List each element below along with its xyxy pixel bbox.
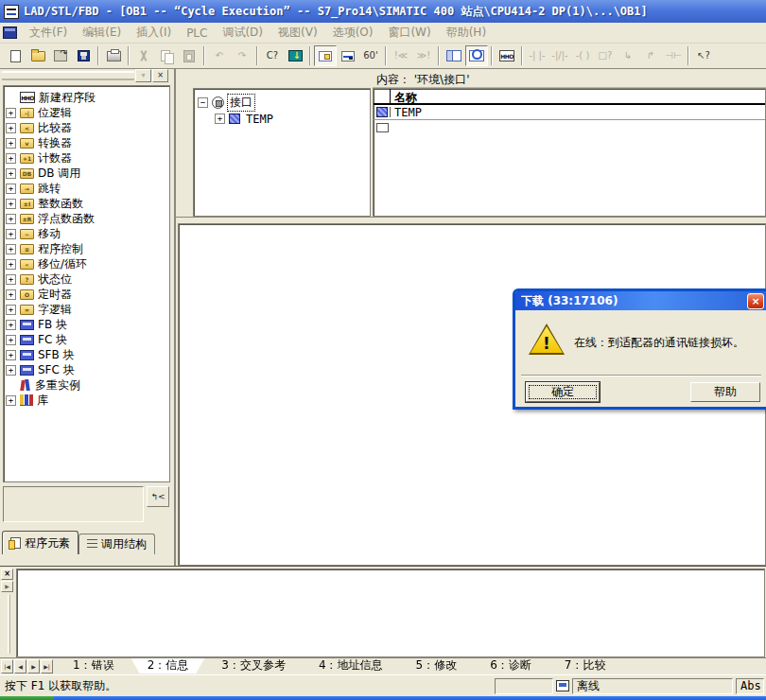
- expand-icon[interactable]: +: [6, 395, 16, 406]
- tab-cross-reference[interactable]: 3：交叉参考: [205, 658, 302, 674]
- sidebar-item-move[interactable]: +~移动: [6, 226, 169, 241]
- expand-icon[interactable]: +: [6, 335, 16, 345]
- declaration-splitter[interactable]: [176, 217, 766, 223]
- tab-info[interactable]: 2：信息: [131, 658, 205, 674]
- window-menu[interactable]: 窗口(W): [381, 23, 437, 43]
- view-menu[interactable]: 视图(V): [271, 23, 324, 43]
- edit-menu[interactable]: 编辑(E): [76, 23, 128, 43]
- sidebar-item-comparator[interactable]: +<比较器: [6, 120, 169, 135]
- catalog-window-button[interactable]: [443, 45, 465, 66]
- sidebar-dropdown-button[interactable]: ▾: [135, 69, 151, 82]
- print-button[interactable]: [102, 45, 125, 66]
- temp-node[interactable]: +TEMP: [198, 111, 370, 127]
- mdi-child-icon[interactable]: [3, 26, 17, 39]
- message-output-area[interactable]: [16, 569, 765, 657]
- output-close-button[interactable]: ×: [1, 569, 13, 580]
- table-row[interactable]: [374, 120, 765, 135]
- debug-menu[interactable]: 调试(D): [216, 23, 270, 43]
- sidebar-item-new-network[interactable]: HHO新建程序段: [6, 90, 169, 105]
- previous-error-button[interactable]: !≪: [390, 45, 412, 66]
- expand-icon[interactable]: +: [6, 320, 16, 330]
- sidebar-item-float-functions[interactable]: +±R浮点数函数: [6, 211, 169, 226]
- expand-icon[interactable]: +: [6, 244, 16, 254]
- expand-icon[interactable]: +: [6, 184, 16, 194]
- tab-call-structure[interactable]: 调用结构: [78, 534, 155, 554]
- empty-box-button[interactable]: □?: [594, 45, 617, 66]
- contact-nc-button[interactable]: -|/|-: [548, 45, 571, 66]
- sidebar-item-fb-blocks[interactable]: +FB 块: [6, 317, 169, 332]
- expand-icon[interactable]: +: [6, 168, 16, 179]
- insert-menu[interactable]: 插入(I): [130, 23, 178, 43]
- help-button[interactable]: 帮助: [690, 382, 760, 402]
- sidebar-item-counter[interactable]: ++1计数器: [6, 150, 169, 166]
- expand-icon[interactable]: −: [198, 97, 208, 108]
- expand-icon[interactable]: +: [6, 108, 16, 118]
- last-message-button[interactable]: ▶|: [41, 659, 53, 674]
- start-button-sliver[interactable]: [0, 696, 54, 700]
- next-message-button[interactable]: ▶: [27, 659, 40, 674]
- tab-program-elements[interactable]: 程序元素: [2, 531, 78, 554]
- sidebar-item-word-logic[interactable]: +=字逻辑: [6, 302, 169, 317]
- overview-toggle-button[interactable]: [314, 45, 337, 66]
- cut-button[interactable]: [132, 45, 155, 66]
- coil-button[interactable]: -( ): [571, 45, 594, 66]
- expand-icon[interactable]: +: [6, 229, 16, 239]
- file-menu[interactable]: 文件(F): [23, 23, 74, 43]
- expand-icon[interactable]: +: [6, 138, 16, 149]
- sidebar-item-libraries[interactable]: +库: [6, 393, 169, 408]
- sidebar-item-status-bits[interactable]: +?状态位: [6, 271, 169, 287]
- plc-menu[interactable]: PLC: [180, 25, 214, 42]
- sidebar-item-sfb-blocks[interactable]: +SFB 块: [6, 347, 169, 362]
- sidebar-item-timers[interactable]: +O定时器: [6, 287, 169, 302]
- expand-icon[interactable]: +: [6, 289, 16, 300]
- expand-icon[interactable]: +: [215, 114, 225, 124]
- expand-icon[interactable]: +: [6, 199, 16, 209]
- first-message-button[interactable]: |◀: [1, 659, 13, 674]
- sidebar-gripper[interactable]: [2, 71, 134, 80]
- output-gripper[interactable]: [8, 595, 10, 654]
- output-expand-button[interactable]: ▶: [1, 581, 13, 592]
- expand-icon[interactable]: +: [6, 214, 16, 224]
- contact-no-button[interactable]: -| |-: [526, 45, 548, 66]
- expand-icon[interactable]: +: [6, 123, 16, 133]
- expand-icon[interactable]: +: [6, 365, 16, 376]
- tab-modify[interactable]: 5：修改: [400, 658, 474, 674]
- connector-button[interactable]: ⊣⊢: [662, 45, 685, 66]
- sidebar-item-db-call[interactable]: +DBDB 调用: [6, 166, 169, 181]
- sidebar-item-sfc-blocks[interactable]: +SFC 块: [6, 362, 169, 377]
- sidebar-item-converter[interactable]: +v转换器: [6, 135, 169, 150]
- tab-address-info[interactable]: 4：地址信息: [303, 658, 399, 674]
- symbol-info-button[interactable]: C?: [261, 45, 284, 66]
- expand-icon[interactable]: +: [6, 153, 16, 164]
- expand-icon[interactable]: +: [6, 305, 16, 315]
- copy-button[interactable]: [155, 45, 178, 66]
- sidebar-item-jump[interactable]: +→跳转: [6, 181, 169, 196]
- sidebar-item-bit-logic[interactable]: +-|位逻辑: [6, 105, 169, 120]
- tab-diagnostics[interactable]: 6：诊断: [474, 658, 548, 674]
- help-pointer-button[interactable]: ↖?: [692, 45, 715, 66]
- program-structure-button[interactable]: [337, 45, 359, 66]
- sidebar-item-multi-instance[interactable]: 多重实例: [6, 377, 169, 393]
- table-row[interactable]: TEMP: [374, 105, 765, 120]
- open-button[interactable]: [26, 45, 49, 66]
- maximize-overview-button[interactable]: ↰<: [147, 486, 169, 507]
- open-online-button[interactable]: [49, 45, 72, 66]
- new-button[interactable]: [4, 45, 26, 66]
- expand-icon[interactable]: +: [6, 259, 16, 270]
- sidebar-item-integer-functions[interactable]: +±I整数函数: [6, 196, 169, 211]
- monitor-button[interactable]: 60': [359, 45, 382, 66]
- tab-errors[interactable]: 1：错误: [57, 658, 131, 674]
- ok-button[interactable]: 确定: [526, 382, 600, 402]
- interface-node[interactable]: −接口: [198, 95, 370, 111]
- dialog-title-bar[interactable]: 下载 (33:17106) ×: [515, 291, 766, 310]
- help-menu[interactable]: 帮助(H): [440, 23, 493, 43]
- expand-icon[interactable]: +: [6, 274, 16, 285]
- open-branch-button[interactable]: ↳: [617, 45, 639, 66]
- sidebar-item-fc-blocks[interactable]: +FC 块: [6, 332, 169, 347]
- interface-tree-pane[interactable]: −接口+TEMP: [193, 88, 371, 217]
- undo-button[interactable]: ↶: [208, 45, 231, 66]
- expand-icon[interactable]: +: [6, 350, 16, 360]
- save-button[interactable]: [72, 45, 95, 66]
- sidebar-item-program-control[interactable]: +≡程序控制: [6, 241, 169, 256]
- options-menu[interactable]: 选项(O): [326, 23, 380, 43]
